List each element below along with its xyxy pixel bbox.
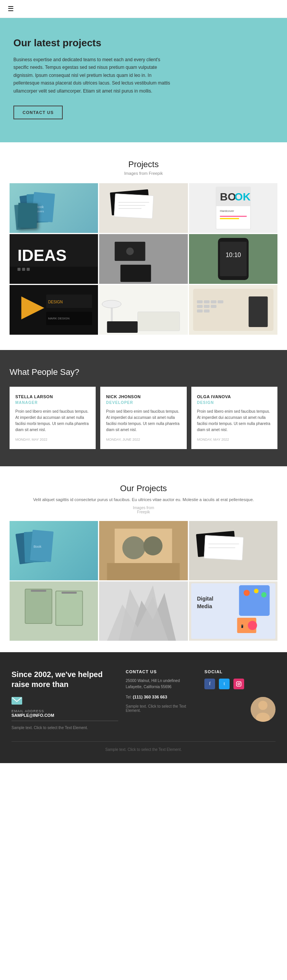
our-project-image-5[interactable]: [99, 581, 188, 641]
testimonial-card-1: STELLA LARSON MANAGER Proin sed libero e…: [10, 387, 96, 449]
svg-rect-49: [210, 305, 216, 308]
svg-text:Book: Book: [34, 545, 42, 549]
footer-social-label: SOCIAL: [204, 669, 276, 674]
testimonial-name-1: STELLA LARSON: [15, 394, 90, 399]
svg-rect-45: [210, 300, 216, 303]
svg-rect-46: [217, 300, 223, 303]
svg-text:Lovers: Lovers: [36, 210, 44, 213]
testimonial-role-1: MANAGER: [15, 400, 90, 405]
svg-point-60: [144, 536, 163, 555]
navigation: ☰: [0, 0, 287, 18]
svg-rect-44: [204, 300, 209, 303]
footer-email-label: EMAIL ADDRESS: [11, 709, 118, 713]
svg-point-80: [243, 590, 249, 596]
our-project-image-3[interactable]: [189, 521, 277, 580]
project-image-2[interactable]: [99, 183, 188, 233]
twitter-icon[interactable]: t: [219, 679, 230, 689]
project-image-4[interactable]: IDEAS: [10, 234, 98, 284]
svg-rect-67: [25, 589, 52, 623]
email-icon: [11, 697, 118, 706]
project-image-7[interactable]: DESIGN MARK DESIGN: [10, 285, 98, 335]
hero-title: Our latest projects: [13, 37, 274, 49]
testimonial-name-2: NICK JHONSON: [106, 394, 181, 399]
footer-grid: Since 2002, we've helped raise more than…: [11, 669, 276, 730]
testimonials-grid: STELLA LARSON MANAGER Proin sed libero e…: [10, 387, 277, 449]
our-projects-section: Our Projects Velit aliquet sagittis id c…: [0, 466, 287, 652]
testimonial-role-3: DESIGN: [197, 400, 272, 405]
testimonial-text-3: Proin sed libero enim sed faucibus tempu…: [197, 409, 272, 433]
our-projects-desc: Velit aliquet sagittis id consectetur pu…: [10, 497, 277, 503]
svg-rect-50: [197, 309, 202, 313]
contact-us-button[interactable]: CONTACT US: [13, 106, 63, 119]
testimonial-date-3: MONDAY, MAY 2022: [197, 438, 272, 441]
footer-col-mid: CONTACT US 25000 Walnut, Hill Ln undefin…: [126, 669, 197, 730]
our-project-image-1[interactable]: Book: [10, 521, 98, 580]
projects-grid: Book Lovers BO: [10, 183, 277, 335]
testimonials-section: What People Say? STELLA LARSON MANAGER P…: [0, 350, 287, 466]
our-project-image-2[interactable]: [99, 521, 188, 580]
instagram-icon[interactable]: [233, 679, 244, 689]
footer-email[interactable]: SAMPLE@INFO.COM: [11, 713, 118, 721]
hero-section: Our latest projects Business expertise a…: [0, 18, 287, 142]
testimonial-card-3: OLGA IVANOVA DESIGN Proin sed libero eni…: [191, 387, 277, 449]
projects-title: Projects: [10, 160, 277, 169]
footer-contact-label: CONTACT US: [126, 669, 197, 674]
svg-rect-22: [27, 268, 30, 271]
svg-text:Hardcover: Hardcover: [220, 209, 234, 213]
svg-rect-52: [248, 296, 267, 327]
project-image-3[interactable]: BO OK Hardcover: [189, 183, 277, 233]
svg-rect-66: [10, 581, 98, 641]
our-project-image-6[interactable]: Digital Media 📱: [189, 581, 277, 641]
svg-rect-21: [22, 268, 25, 271]
hamburger-menu-icon[interactable]: ☰: [8, 5, 14, 13]
svg-point-91: [258, 701, 267, 710]
svg-text:📱: 📱: [240, 624, 244, 628]
svg-text:10:10: 10:10: [225, 252, 241, 258]
svg-text:BO: BO: [220, 191, 236, 203]
project-image-1[interactable]: Book Lovers: [10, 183, 98, 233]
avatar: [251, 697, 276, 722]
svg-rect-20: [18, 268, 21, 271]
footer-address: 25000 Walnut, Hill Ln undefined Lafayett…: [126, 678, 197, 690]
our-project-image-4[interactable]: [10, 581, 98, 641]
our-projects-img-src: Images fromFreepik: [10, 506, 277, 514]
svg-rect-6: [114, 194, 153, 218]
project-image-9[interactable]: [189, 285, 277, 335]
footer-tel[interactable]: (111) 360 336 663: [133, 695, 167, 699]
svg-rect-47: [197, 305, 202, 308]
svg-rect-43: [197, 300, 202, 303]
testimonials-title: What People Say?: [10, 367, 277, 377]
svg-rect-61: [107, 563, 180, 580]
testimonial-text-2: Proin sed libero enim sed faucibus tempu…: [106, 409, 181, 433]
footer-col-right: SOCIAL f t: [204, 669, 276, 730]
svg-rect-87: [236, 682, 241, 686]
svg-rect-48: [204, 305, 209, 308]
footer-col-left: Since 2002, we've helped raise more than…: [11, 669, 118, 730]
svg-rect-69: [31, 590, 46, 592]
footer: Since 2002, we've helped raise more than…: [0, 652, 287, 763]
testimonial-role-2: DEVELOPER: [106, 400, 181, 405]
svg-point-25: [126, 247, 134, 255]
svg-text:Book: Book: [36, 205, 44, 209]
svg-point-81: [254, 589, 258, 593]
svg-text:DESIGN: DESIGN: [48, 300, 63, 304]
project-image-6[interactable]: 10:10: [189, 234, 277, 284]
testimonial-date-1: MONDAY, MAY 2022: [15, 438, 90, 441]
our-projects-grid: Book: [10, 521, 277, 641]
svg-text:Digital: Digital: [197, 596, 213, 602]
project-image-8[interactable]: [99, 285, 188, 335]
testimonial-date-2: MONDAY, JUNE 2022: [106, 438, 181, 441]
svg-rect-26: [121, 265, 151, 282]
footer-sample-text: Sample text. Click to select the Text El…: [11, 726, 118, 730]
svg-rect-70: [56, 591, 83, 625]
testimonial-name-3: OLGA IVANOVA: [197, 394, 272, 399]
projects-subtitle: Images from Freepik: [10, 171, 277, 176]
facebook-icon[interactable]: f: [204, 679, 215, 689]
svg-rect-29: [220, 242, 246, 276]
svg-rect-51: [204, 309, 209, 313]
svg-rect-41: [107, 321, 138, 333]
svg-text:Media: Media: [197, 603, 212, 609]
project-image-5[interactable]: [99, 234, 188, 284]
projects-section: Projects Images from Freepik Book Lovers: [0, 142, 287, 350]
svg-text:MARK DESIGN: MARK DESIGN: [48, 317, 70, 320]
